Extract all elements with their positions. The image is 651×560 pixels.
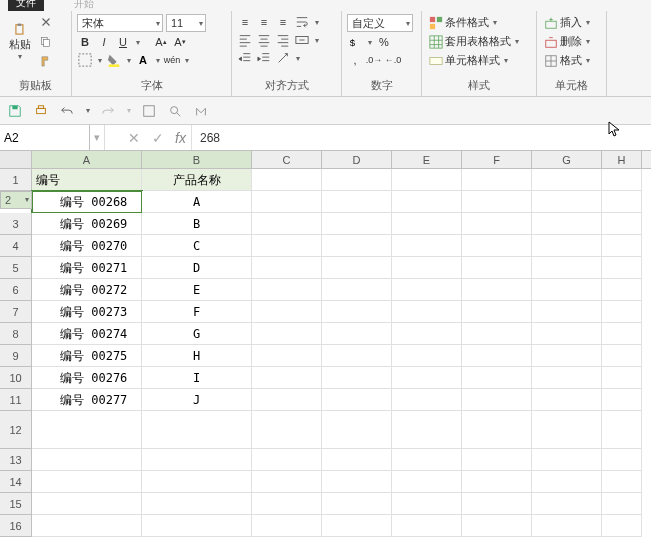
cell[interactable] xyxy=(322,191,392,213)
grow-font-icon[interactable]: A▴ xyxy=(153,34,169,50)
format-cells-button[interactable]: 格式▾ xyxy=(542,52,601,69)
cell[interactable]: A xyxy=(142,191,252,213)
cell[interactable]: 产品名称 xyxy=(142,169,252,191)
cell[interactable] xyxy=(532,389,602,411)
col-header-H[interactable]: H xyxy=(602,151,642,168)
cell[interactable]: 编号 00273 xyxy=(32,301,142,323)
cell[interactable] xyxy=(322,515,392,537)
name-box[interactable] xyxy=(0,125,90,150)
cell[interactable] xyxy=(532,169,602,191)
cell[interactable] xyxy=(462,345,532,367)
cell[interactable] xyxy=(392,493,462,515)
cell[interactable]: 编号 00276 xyxy=(32,367,142,389)
cell[interactable]: 编号 00271 xyxy=(32,257,142,279)
cell[interactable] xyxy=(322,169,392,191)
cell[interactable] xyxy=(142,493,252,515)
cell[interactable] xyxy=(532,493,602,515)
cell[interactable]: 编号 00275 xyxy=(32,345,142,367)
row-header[interactable]: 15 xyxy=(0,493,32,515)
col-header-D[interactable]: D xyxy=(322,151,392,168)
phonetic-icon[interactable]: wén xyxy=(164,52,180,68)
row-header[interactable]: 12 xyxy=(0,411,32,449)
paste-dropdown-icon[interactable]: ▾ xyxy=(17,52,24,61)
align-bottom-icon[interactable]: ≡ xyxy=(275,14,291,30)
cell[interactable] xyxy=(252,279,322,301)
cell[interactable] xyxy=(322,411,392,449)
cell[interactable] xyxy=(532,345,602,367)
row-header[interactable]: 7 xyxy=(0,301,32,323)
orient-dd[interactable]: ▾ xyxy=(294,54,301,63)
row-header[interactable]: 9 xyxy=(0,345,32,367)
cell[interactable] xyxy=(462,411,532,449)
cell[interactable] xyxy=(602,191,642,213)
cell[interactable] xyxy=(602,345,642,367)
cell[interactable] xyxy=(322,449,392,471)
row-header[interactable]: 5 xyxy=(0,257,32,279)
cell[interactable]: 编号 00272 xyxy=(32,279,142,301)
phonetic-dd[interactable]: ▾ xyxy=(183,56,190,65)
cell[interactable] xyxy=(32,515,142,537)
cell[interactable] xyxy=(322,213,392,235)
cell[interactable] xyxy=(532,191,602,213)
fx-icon[interactable]: fx xyxy=(170,125,192,150)
row-header[interactable]: 8 xyxy=(0,323,32,345)
cell[interactable]: C xyxy=(142,235,252,257)
cell[interactable] xyxy=(602,449,642,471)
namebox-dd-icon[interactable]: ▾ xyxy=(90,125,104,150)
cell[interactable] xyxy=(462,235,532,257)
cell[interactable] xyxy=(392,279,462,301)
cell[interactable] xyxy=(462,301,532,323)
paste-button[interactable]: 粘贴 ▾ xyxy=(5,22,35,62)
cell[interactable]: F xyxy=(142,301,252,323)
cell[interactable]: B xyxy=(142,213,252,235)
align-left-icon[interactable] xyxy=(237,32,253,48)
cell[interactable]: 编号 00277 xyxy=(32,389,142,411)
indent-inc-icon[interactable] xyxy=(256,50,272,66)
cell[interactable] xyxy=(252,323,322,345)
col-header-B[interactable]: B xyxy=(142,151,252,168)
cell[interactable] xyxy=(252,493,322,515)
copy-icon[interactable] xyxy=(38,34,54,50)
cell[interactable] xyxy=(392,411,462,449)
formula-input[interactable]: 268 xyxy=(192,125,651,150)
italic-button[interactable]: I xyxy=(96,34,112,50)
dec-inc-icon[interactable]: .0→ xyxy=(366,52,382,68)
cell[interactable] xyxy=(252,389,322,411)
cell[interactable]: H xyxy=(142,345,252,367)
font-name-select[interactable]: 宋体 xyxy=(77,14,163,32)
number-format-select[interactable]: 自定义 xyxy=(347,14,413,32)
cell[interactable] xyxy=(602,323,642,345)
cell-style-button[interactable]: 单元格样式▾ xyxy=(427,52,531,69)
wrap-dd[interactable]: ▾ xyxy=(313,18,320,27)
row-header[interactable]: 1 xyxy=(0,169,32,191)
redo-icon[interactable] xyxy=(99,102,117,120)
cell[interactable] xyxy=(252,411,322,449)
cell[interactable]: I xyxy=(142,367,252,389)
format-painter-icon[interactable] xyxy=(38,54,54,70)
cell[interactable] xyxy=(252,515,322,537)
align-center-icon[interactable] xyxy=(256,32,272,48)
cell[interactable]: D xyxy=(142,257,252,279)
conditional-format-button[interactable]: 条件格式▾ xyxy=(427,14,531,31)
cell[interactable] xyxy=(532,213,602,235)
currency-icon[interactable]: $ xyxy=(347,34,363,50)
cell[interactable] xyxy=(462,279,532,301)
fill-dd[interactable]: ▾ xyxy=(125,56,132,65)
cell[interactable] xyxy=(142,471,252,493)
cell[interactable]: 编号 00270 xyxy=(32,235,142,257)
cell[interactable] xyxy=(602,301,642,323)
cell[interactable] xyxy=(392,471,462,493)
cell[interactable] xyxy=(602,169,642,191)
underline-button[interactable]: U xyxy=(115,34,131,50)
cell[interactable] xyxy=(322,235,392,257)
cell[interactable] xyxy=(322,367,392,389)
cell[interactable] xyxy=(392,389,462,411)
col-header-E[interactable]: E xyxy=(392,151,462,168)
cell[interactable] xyxy=(462,389,532,411)
wrap-text-icon[interactable] xyxy=(294,14,310,30)
cell[interactable] xyxy=(322,301,392,323)
cell[interactable] xyxy=(532,257,602,279)
cell[interactable] xyxy=(142,515,252,537)
cell[interactable] xyxy=(532,449,602,471)
underline-dd[interactable]: ▾ xyxy=(134,38,141,47)
